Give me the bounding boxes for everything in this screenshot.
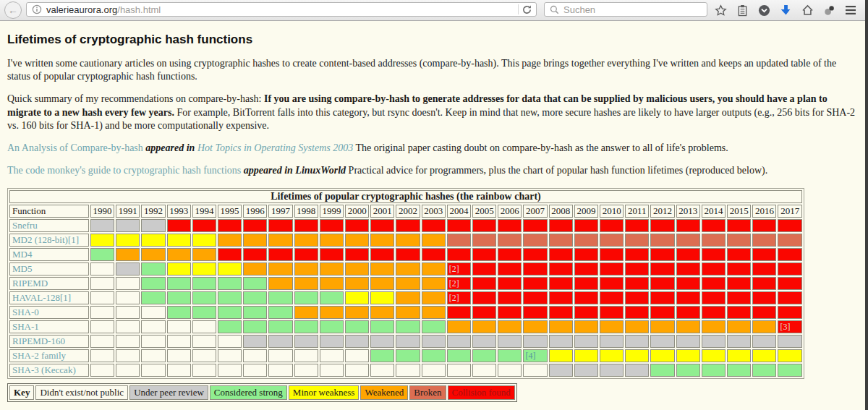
status-cell [294, 320, 318, 333]
hotos-link[interactable]: Hot Topics in Operating Systems 2003 [197, 142, 353, 153]
status-cell [498, 306, 522, 319]
status-cell [218, 277, 242, 290]
hash-function-cell: SHA-2 family [9, 349, 89, 362]
status-cell [650, 219, 674, 232]
status-cell [650, 262, 674, 276]
status-cell [320, 234, 344, 247]
status-cell [676, 306, 700, 319]
status-cell [676, 320, 700, 333]
status-cell [625, 277, 649, 290]
legend-item: Under peer review [129, 385, 208, 400]
year-header: 2012 [650, 205, 674, 218]
status-cell [600, 262, 624, 276]
status-cell [90, 277, 114, 290]
status-cell [498, 248, 522, 261]
back-button[interactable]: ← [4, 1, 22, 19]
status-cell [141, 219, 165, 232]
status-cell [523, 277, 547, 290]
status-cell [294, 277, 318, 290]
url-bar[interactable]: valerieaurora.org/hash.html [26, 2, 537, 17]
status-cell [574, 320, 598, 333]
status-cell [218, 248, 242, 261]
status-cell [702, 234, 726, 247]
hash-function-link[interactable]: Snefru [12, 220, 38, 231]
hash-function-cell: SHA-1 [9, 320, 89, 333]
appeared-in-linuxworld-text: appeared in LinuxWorld [241, 165, 346, 176]
status-cell [752, 335, 776, 348]
status-cell [625, 219, 649, 232]
status-cell [192, 219, 216, 232]
hash-function-link[interactable]: HAVAL-128[1] [12, 292, 71, 303]
status-cell [447, 306, 471, 319]
status-cell [243, 277, 267, 290]
status-cell [396, 364, 420, 377]
scrollbar[interactable] [865, 0, 868, 410]
status-cell [778, 306, 802, 319]
status-cell [192, 364, 216, 377]
status-cell [422, 306, 446, 319]
status-cell [268, 219, 292, 232]
status-cell [243, 248, 267, 261]
status-cell [676, 291, 700, 304]
url-path: /hash.html [117, 4, 161, 15]
status-cell [90, 291, 114, 304]
year-header: 2008 [549, 205, 573, 218]
status-cell [752, 320, 776, 333]
status-cell [447, 320, 471, 333]
status-cell [116, 219, 140, 232]
status-cell [345, 335, 369, 348]
hash-row: MD5[2] [9, 262, 802, 276]
key-label: Key [9, 385, 34, 400]
status-cell [141, 335, 165, 348]
hash-function-link[interactable]: SHA-2 family [12, 350, 66, 361]
status-cell [192, 306, 216, 319]
status-cell [370, 364, 394, 377]
analysis-paper-link[interactable]: An Analysis of Compare-by-hash [7, 142, 143, 153]
hash-function-link[interactable]: SHA-1 [12, 321, 39, 332]
status-cell [370, 335, 394, 348]
hash-function-link[interactable]: SHA-0 [12, 307, 39, 317]
status-cell [498, 234, 522, 247]
status-cell [574, 219, 598, 232]
legend-item: Collision found [448, 385, 515, 400]
status-cell [396, 277, 420, 290]
status-cell [549, 262, 573, 276]
status-cell [625, 306, 649, 319]
status-cell [167, 364, 191, 377]
status-cell [192, 277, 216, 290]
hash-function-link[interactable]: SHA-3 (Keccak) [12, 364, 76, 375]
hash-function-link[interactable]: RIPEMD [12, 278, 48, 289]
info-icon[interactable] [32, 4, 42, 14]
year-header: 1992 [141, 205, 165, 218]
status-cell [268, 234, 292, 247]
pocket-icon[interactable] [757, 3, 771, 17]
status-cell [345, 277, 369, 290]
status-cell [116, 364, 140, 377]
divider [518, 4, 519, 14]
hash-function-link[interactable]: MD5 [12, 263, 32, 274]
status-cell [778, 364, 802, 377]
hash-function-cell: SHA-3 (Keccak) [9, 364, 89, 377]
status-cell [422, 248, 446, 261]
status-cell [90, 219, 114, 232]
reload-icon[interactable] [522, 4, 532, 15]
clipboard-icon[interactable] [735, 3, 749, 17]
home-icon[interactable] [800, 3, 814, 17]
hash-function-cell: MD2 (128-bit)[1] [9, 234, 89, 247]
menu-icon[interactable] [843, 3, 858, 17]
status-cell [498, 277, 522, 290]
hash-function-link[interactable]: MD4 [12, 249, 32, 260]
status-cell [345, 364, 369, 377]
profile-icon[interactable] [822, 3, 836, 17]
bookmark-star-icon[interactable] [713, 3, 728, 17]
status-cell [752, 248, 776, 261]
download-icon[interactable] [778, 3, 793, 17]
status-cell [141, 320, 165, 333]
status-cell [90, 306, 114, 319]
hash-function-link[interactable]: RIPEMD-160 [12, 336, 65, 346]
hash-function-link[interactable]: MD2 (128-bit)[1] [12, 234, 79, 245]
search-input[interactable]: Suchen [544, 2, 707, 17]
code-monkey-link[interactable]: The code monkey's guide to cryptographic… [7, 165, 241, 176]
status-cell [294, 219, 318, 232]
status-cell [268, 277, 292, 290]
